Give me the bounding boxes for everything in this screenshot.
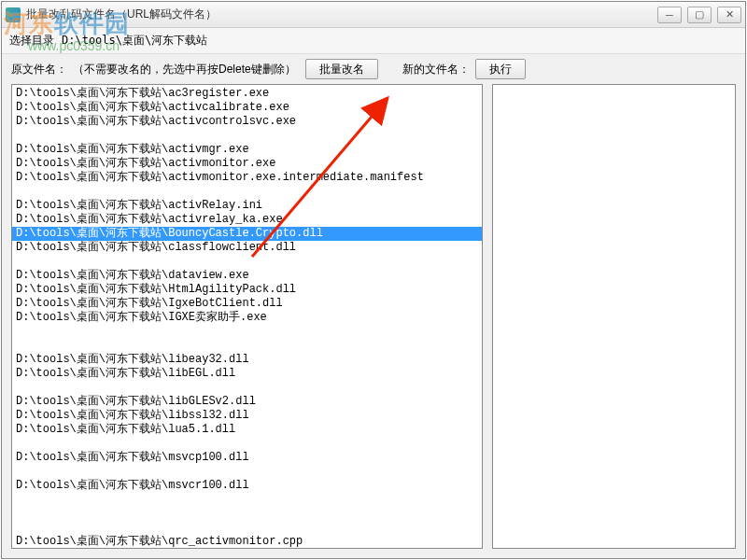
select-dir-label[interactable]: 选择目录 (9, 33, 54, 49)
file-row[interactable]: D:\tools\桌面\河东下载站\IgxeBotClient.dll (12, 297, 482, 311)
file-row[interactable]: D:\tools\桌面\河东下载站\dataview.exe (12, 269, 482, 283)
window-controls: ─ ▢ ✕ (657, 7, 741, 23)
file-row[interactable]: D:\tools\桌面\河东下载站\activrelay_ka.exe (12, 213, 482, 227)
file-row-blank (12, 129, 482, 143)
file-row[interactable]: D:\tools\桌面\河东下载站\ac3register.exe (12, 87, 482, 101)
file-row-blank (12, 465, 482, 479)
file-row[interactable]: D:\tools\桌面\河东下载站\msvcr100.dll (12, 479, 482, 493)
file-row[interactable]: D:\tools\桌面\河东下载站\libGLESv2.dll (12, 395, 482, 409)
file-row-blank (12, 437, 482, 451)
file-row-blank (12, 521, 482, 535)
app-window: 批量改乱码文件名（URL解码文件名） ─ ▢ ✕ 选择目录 D:\tools\桌… (1, 1, 746, 559)
file-row[interactable]: D:\tools\桌面\河东下载站\libeay32.dll (12, 353, 482, 367)
close-button[interactable]: ✕ (717, 7, 741, 23)
orig-file-panel: D:\tools\桌面\河东下载站\ac3register.exeD:\tool… (11, 84, 483, 549)
new-file-panel[interactable] (492, 84, 736, 549)
minimize-button[interactable]: ─ (657, 7, 682, 23)
maximize-button[interactable]: ▢ (687, 7, 712, 23)
file-row[interactable]: D:\tools\桌面\河东下载站\activcontrolsvc.exe (12, 115, 482, 129)
file-row-blank (12, 255, 482, 269)
execute-button[interactable]: 执行 (475, 59, 526, 79)
file-row[interactable]: D:\tools\桌面\河东下载站\libssl32.dll (12, 409, 482, 423)
file-row[interactable]: D:\tools\桌面\河东下载站\IGXE卖家助手.exe (12, 311, 482, 325)
new-filename-label: 新的文件名： (402, 62, 470, 77)
titlebar: 批量改乱码文件名（URL解码文件名） ─ ▢ ✕ (2, 2, 745, 28)
file-row[interactable]: D:\tools\桌面\河东下载站\HtmlAgilityPack.dll (12, 283, 482, 297)
file-row[interactable]: D:\tools\桌面\河东下载站\classflowclient.dll (12, 241, 482, 255)
window-title: 批量改乱码文件名（URL解码文件名） (26, 7, 657, 22)
orig-filename-note: （不需要改名的，先选中再按Delete键删除） (73, 62, 296, 77)
file-row-blank (12, 507, 482, 521)
file-row[interactable]: D:\tools\桌面\河东下载站\libEGL.dll (12, 367, 482, 381)
file-row[interactable]: D:\tools\桌面\河东下载站\BouncyCastle.Crypto.dl… (12, 227, 482, 241)
header-row: 原文件名： （不需要改名的，先选中再按Delete键删除） 批量改名 新的文件名… (2, 54, 745, 84)
app-icon (6, 7, 21, 22)
file-row-blank (12, 325, 482, 339)
dir-path: D:\tools\桌面\河东下载站 (62, 33, 207, 49)
file-row[interactable]: D:\tools\桌面\河东下载站\activcalibrate.exe (12, 101, 482, 115)
batch-rename-button[interactable]: 批量改名 (305, 59, 378, 79)
file-row[interactable]: D:\tools\桌面\河东下载站\activmonitor.exe.inter… (12, 171, 482, 185)
file-row-blank (12, 339, 482, 353)
file-row[interactable]: D:\tools\桌面\河东下载站\activmgr.exe (12, 143, 482, 157)
file-row[interactable]: D:\tools\桌面\河东下载站\activmonitor.exe (12, 157, 482, 171)
file-row-blank (12, 185, 482, 199)
file-row[interactable]: D:\tools\桌面\河东下载站\lua5.1.dll (12, 423, 482, 437)
file-row-blank (12, 493, 482, 507)
file-row[interactable]: D:\tools\桌面\河东下载站\activRelay.ini (12, 199, 482, 213)
file-row-blank (12, 381, 482, 395)
orig-file-list[interactable]: D:\tools\桌面\河东下载站\ac3register.exeD:\tool… (12, 85, 482, 548)
toolbar: 选择目录 D:\tools\桌面\河东下载站 (2, 28, 745, 54)
content-area: D:\tools\桌面\河东下载站\ac3register.exeD:\tool… (2, 84, 745, 558)
file-row[interactable]: D:\tools\桌面\河东下载站\qrc_activmonitor.cpp (12, 535, 482, 548)
orig-filename-label: 原文件名： (11, 62, 67, 77)
file-row[interactable]: D:\tools\桌面\河东下载站\msvcp100.dll (12, 451, 482, 465)
